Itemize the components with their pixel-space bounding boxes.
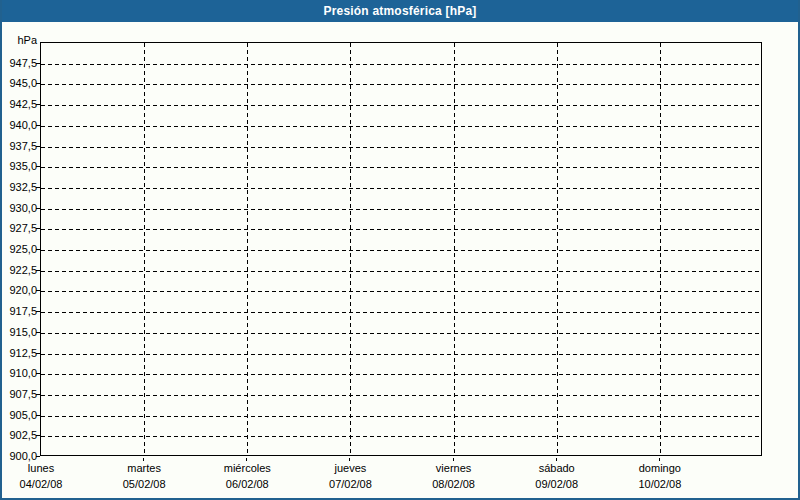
y-gridline bbox=[41, 436, 761, 437]
y-gridline bbox=[41, 312, 761, 313]
day-date: 06/02/08 bbox=[224, 476, 271, 492]
day-date: 05/02/08 bbox=[123, 476, 166, 492]
y-tick-label: 932,5 bbox=[2, 181, 37, 193]
day-date: 08/02/08 bbox=[432, 476, 475, 492]
y-tick-label: 912,5 bbox=[2, 347, 37, 359]
y-tick-label: 927,5 bbox=[2, 222, 37, 234]
y-gridline bbox=[41, 354, 761, 355]
y-tick-label: 937,5 bbox=[2, 140, 37, 152]
y-tick-label: 940,0 bbox=[2, 119, 37, 131]
y-gridline bbox=[41, 209, 761, 210]
y-tick-label: 920,0 bbox=[2, 284, 37, 296]
day-date: 07/02/08 bbox=[329, 476, 372, 492]
y-tick-label: 925,0 bbox=[2, 243, 37, 255]
window-titlebar: Presión atmosférica [hPa] bbox=[2, 0, 798, 22]
plot-area bbox=[40, 42, 762, 456]
y-gridline bbox=[41, 126, 761, 127]
y-tick-label: 935,0 bbox=[2, 160, 37, 172]
y-gridline bbox=[41, 229, 761, 230]
y-tick-label: 942,5 bbox=[2, 98, 37, 110]
y-gridline bbox=[41, 84, 761, 85]
y-gridline bbox=[41, 250, 761, 251]
x-tick-label: martes05/02/08 bbox=[123, 460, 166, 492]
chart-title: Presión atmosférica [hPa] bbox=[323, 4, 476, 18]
y-tick-label: 905,0 bbox=[2, 409, 37, 421]
y-tick-label: 902,5 bbox=[2, 429, 37, 441]
x-tick-label: lunes04/02/08 bbox=[20, 460, 63, 492]
day-name: lunes bbox=[20, 460, 63, 476]
y-tick-label: 907,5 bbox=[2, 388, 37, 400]
y-gridline bbox=[41, 333, 761, 334]
y-gridline bbox=[41, 395, 761, 396]
x-gridline bbox=[247, 43, 248, 455]
y-gridline bbox=[41, 374, 761, 375]
y-gridline bbox=[41, 416, 761, 417]
chart-canvas: hPa 947,5945,0942,5940,0937,5935,0932,59… bbox=[2, 22, 798, 498]
x-gridline bbox=[557, 43, 558, 455]
day-name: sábado bbox=[535, 460, 578, 476]
x-gridline bbox=[660, 43, 661, 455]
day-date: 10/02/08 bbox=[638, 476, 681, 492]
x-gridline bbox=[350, 43, 351, 455]
y-gridline bbox=[41, 271, 761, 272]
day-date: 09/02/08 bbox=[535, 476, 578, 492]
y-tick-label: 947,5 bbox=[2, 57, 37, 69]
y-tick-label: 917,5 bbox=[2, 305, 37, 317]
day-name: miércoles bbox=[224, 460, 271, 476]
y-gridline bbox=[41, 188, 761, 189]
y-gridline bbox=[41, 105, 761, 106]
x-tick-label: domingo10/02/08 bbox=[638, 460, 681, 492]
x-tick-label: jueves07/02/08 bbox=[329, 460, 372, 492]
y-tick-label: 945,0 bbox=[2, 77, 37, 89]
y-gridline bbox=[41, 291, 761, 292]
x-tick-label: miércoles06/02/08 bbox=[224, 460, 271, 492]
day-name: viernes bbox=[432, 460, 475, 476]
y-gridline bbox=[41, 147, 761, 148]
day-name: jueves bbox=[329, 460, 372, 476]
day-name: martes bbox=[123, 460, 166, 476]
y-tick-label: 915,0 bbox=[2, 326, 37, 338]
x-tick-label: sábado09/02/08 bbox=[535, 460, 578, 492]
x-tick-label: viernes08/02/08 bbox=[432, 460, 475, 492]
y-tick-label: 930,0 bbox=[2, 202, 37, 214]
y-gridline bbox=[41, 167, 761, 168]
x-gridline bbox=[454, 43, 455, 455]
day-date: 04/02/08 bbox=[20, 476, 63, 492]
chart-window: Presión atmosférica [hPa] hPa 947,5945,0… bbox=[0, 0, 800, 500]
y-gridline bbox=[41, 64, 761, 65]
day-name: domingo bbox=[638, 460, 681, 476]
y-tick-label: 910,0 bbox=[2, 367, 37, 379]
y-axis-unit-label: hPa bbox=[2, 34, 37, 46]
x-gridline bbox=[144, 43, 145, 455]
y-tick-label: 922,5 bbox=[2, 264, 37, 276]
